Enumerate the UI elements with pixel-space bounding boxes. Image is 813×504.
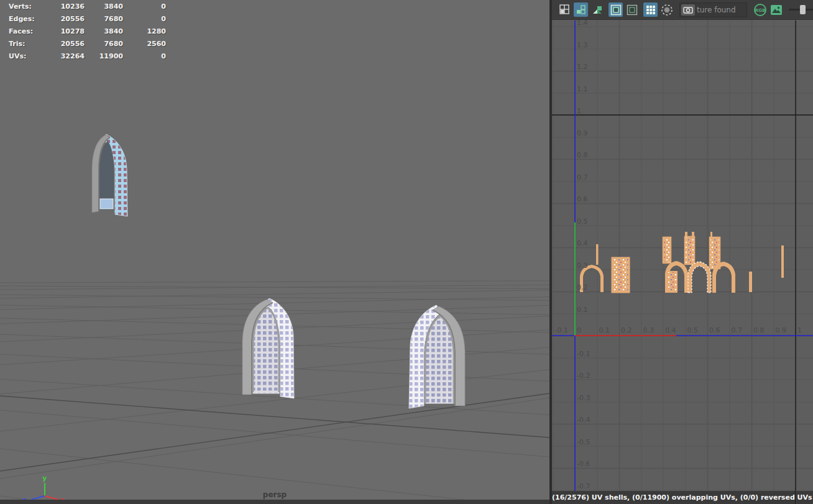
hud-stat-value: 3840	[85, 27, 123, 40]
uv-editor-panel: -0.100.10.20.30.40.50.60.70.80.911.41.31…	[552, 0, 813, 504]
uv-status-bar: (16/2576) UV shells, (0/11900) overlappi…	[552, 491, 813, 504]
uv-axes	[552, 21, 813, 504]
texture-borders-icon	[610, 4, 622, 16]
perspective-viewport[interactable]: y x z Verts:1023638400Edges:2055676800Fa…	[0, 0, 549, 504]
uv-shell-strip-b[interactable]	[663, 237, 671, 263]
rgb-channels-button[interactable]: RGB	[753, 2, 767, 17]
texture-camera-button[interactable]	[681, 4, 695, 16]
image-borders-icon	[627, 4, 638, 16]
uv-shell-arch-a[interactable]	[580, 265, 604, 292]
arch-model-3[interactable]	[409, 305, 465, 408]
dashed-circle-icon	[661, 4, 673, 16]
uv-shell-strip-d[interactable]	[710, 232, 720, 268]
texture-selector[interactable]: ture found	[679, 2, 747, 17]
uv-shell-bar-a[interactable]	[749, 272, 752, 292]
uv-canvas	[552, 0, 813, 504]
uv-shell-strip-a[interactable]	[596, 244, 599, 265]
camera-icon	[683, 6, 693, 14]
uv-editor-toolbar: ture found RGB	[552, 0, 813, 20]
shaded-uv-icon	[592, 4, 603, 16]
hud-stat-value: 7680	[85, 40, 123, 52]
hud-stat-value: 11900	[85, 52, 123, 65]
hud-stat-value: 7680	[85, 15, 123, 27]
image-dim-slider[interactable]	[789, 2, 813, 17]
hud-stat-value: 10236	[58, 2, 85, 15]
uv-distortion-button[interactable]	[574, 2, 588, 17]
texture-borders-button[interactable]	[609, 2, 623, 17]
hud-stat-value: 32264	[58, 52, 85, 65]
uv-shells	[580, 232, 784, 293]
viewport-canvas: y x z	[0, 0, 549, 504]
image-borders-button[interactable]	[625, 2, 639, 17]
gizmo-y-label: y	[42, 474, 47, 482]
hud-stat-label: Edges:	[9, 15, 58, 27]
hud-stat-value: 0	[123, 52, 166, 65]
uv-texture-borders	[552, 21, 813, 504]
ground-grid-axes	[0, 393, 549, 471]
hud-stat-label: Faces:	[9, 27, 58, 40]
uv-status-tile-line	[795, 491, 796, 504]
texture-field-label: ture found	[697, 6, 736, 14]
pixel-grid-icon	[645, 4, 656, 16]
svg-text:RGB: RGB	[755, 8, 765, 13]
shadow-uv-button[interactable]	[659, 2, 674, 17]
slider-handle[interactable]	[800, 5, 806, 14]
hud-stat-value: 10278	[58, 27, 85, 40]
hud-stat-value: 20556	[58, 15, 85, 27]
hud-stat-value: 3840	[85, 2, 123, 15]
uv-shell-bar-b[interactable]	[781, 245, 784, 278]
shaded-uv-button[interactable]	[590, 2, 604, 17]
uv-shell-rect-b[interactable]	[667, 272, 677, 292]
hud-stat-label: Verts:	[9, 2, 58, 15]
hud-stat-value: 20556	[58, 40, 85, 52]
poly-count-hud: Verts:1023638400Edges:2055676800Faces:10…	[0, 2, 166, 65]
uv-layout-button[interactable]	[558, 2, 572, 17]
camera-label: persp	[0, 490, 549, 499]
viewport-bottom-strip	[0, 500, 549, 504]
uv-shell-rect-a[interactable]	[612, 258, 629, 292]
hud-stat-value: 2560	[123, 40, 166, 52]
uv-distortion-icon	[576, 4, 587, 16]
hud-stat-value: 0	[123, 2, 166, 15]
maya-window: y x z Verts:1023638400Edges:2055676800Fa…	[0, 0, 813, 504]
uv-shell-arch-c[interactable]	[712, 262, 735, 293]
image-icon	[770, 4, 783, 16]
hud-stat-label: UVs:	[9, 52, 58, 65]
arch-model-1[interactable]	[92, 134, 127, 216]
arch-model-2[interactable]	[242, 298, 294, 398]
rgb-channels-icon: RGB	[753, 3, 767, 17]
uv-shell-strip-c[interactable]	[685, 232, 694, 264]
hud-stat-value: 0	[123, 15, 166, 27]
quad-grid-icon	[559, 4, 570, 15]
hud-stat-value: 1280	[123, 27, 166, 40]
hud-stat-label: Tris:	[9, 40, 58, 52]
uv-shell-arch-selected[interactable]	[688, 262, 711, 293]
display-image-button[interactable]	[769, 2, 783, 17]
pixel-snap-button[interactable]	[643, 2, 658, 17]
